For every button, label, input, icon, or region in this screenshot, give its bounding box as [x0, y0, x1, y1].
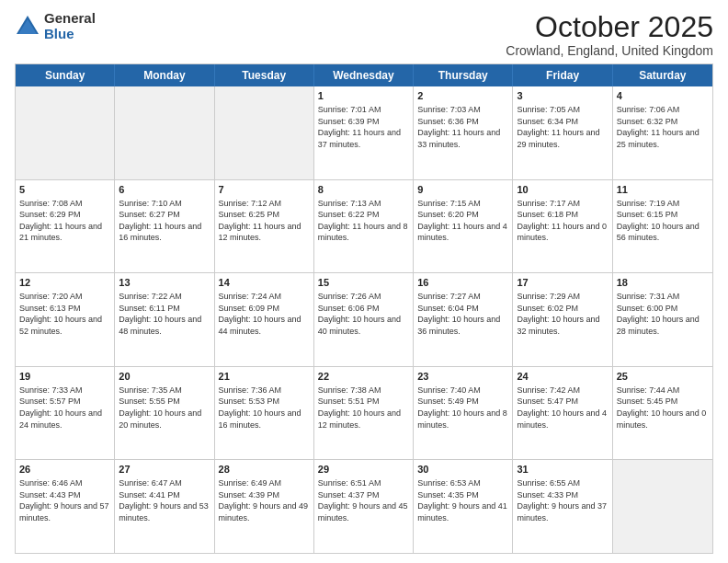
- cell-sun-info: Sunrise: 7:36 AMSunset: 5:53 PMDaylight:…: [219, 385, 310, 431]
- calendar-cell: 11Sunrise: 7:19 AMSunset: 6:15 PMDayligh…: [613, 180, 712, 273]
- calendar-day-header: Saturday: [613, 64, 712, 86]
- day-number: 8: [318, 183, 409, 197]
- cell-sun-info: Sunrise: 7:31 AMSunset: 6:00 PMDaylight:…: [617, 291, 709, 337]
- day-number: 7: [219, 183, 310, 197]
- cell-sun-info: Sunrise: 6:53 AMSunset: 4:35 PMDaylight:…: [417, 477, 508, 523]
- cell-sun-info: Sunrise: 7:42 AMSunset: 5:47 PMDaylight:…: [517, 385, 608, 431]
- calendar-cell: 6Sunrise: 7:10 AMSunset: 6:27 PMDaylight…: [115, 180, 214, 273]
- calendar-cell: 28Sunrise: 6:49 AMSunset: 4:39 PMDayligh…: [215, 460, 314, 553]
- day-number: 6: [119, 183, 210, 197]
- calendar-cell: 23Sunrise: 7:40 AMSunset: 5:49 PMDayligh…: [414, 367, 513, 460]
- day-number: 14: [219, 276, 310, 290]
- calendar-week-row: 5Sunrise: 7:08 AMSunset: 6:29 PMDaylight…: [16, 179, 712, 273]
- cell-sun-info: Sunrise: 7:05 AMSunset: 6:34 PMDaylight:…: [517, 104, 608, 150]
- cell-sun-info: Sunrise: 7:17 AMSunset: 6:18 PMDaylight:…: [517, 198, 608, 244]
- calendar-cell: 25Sunrise: 7:44 AMSunset: 5:45 PMDayligh…: [613, 367, 712, 460]
- cell-sun-info: Sunrise: 7:06 AMSunset: 6:32 PMDaylight:…: [617, 104, 709, 150]
- calendar-cell: 12Sunrise: 7:20 AMSunset: 6:13 PMDayligh…: [16, 273, 115, 366]
- logo-icon: [15, 14, 40, 40]
- cell-sun-info: Sunrise: 6:49 AMSunset: 4:39 PMDaylight:…: [219, 477, 310, 523]
- day-number: 15: [318, 276, 409, 290]
- calendar-cell: 9Sunrise: 7:15 AMSunset: 6:20 PMDaylight…: [414, 180, 513, 273]
- calendar-cell: 2Sunrise: 7:03 AMSunset: 6:36 PMDaylight…: [414, 86, 513, 179]
- cell-sun-info: Sunrise: 7:19 AMSunset: 6:15 PMDaylight:…: [617, 198, 709, 244]
- day-number: 1: [318, 89, 409, 103]
- cell-sun-info: Sunrise: 7:40 AMSunset: 5:49 PMDaylight:…: [417, 385, 508, 431]
- cell-sun-info: Sunrise: 7:35 AMSunset: 5:55 PMDaylight:…: [119, 385, 210, 431]
- day-number: 5: [19, 183, 110, 197]
- calendar-cell: 22Sunrise: 7:38 AMSunset: 5:51 PMDayligh…: [314, 367, 414, 460]
- location: Crowland, England, United Kingdom: [506, 43, 713, 58]
- day-number: 30: [417, 463, 508, 477]
- calendar-day-header: Thursday: [414, 64, 513, 86]
- page: General Blue October 2025 Crowland, Engl…: [0, 0, 728, 563]
- calendar-body: 1Sunrise: 7:01 AMSunset: 6:39 PMDaylight…: [16, 86, 712, 553]
- cell-sun-info: Sunrise: 7:27 AMSunset: 6:04 PMDaylight:…: [417, 291, 508, 337]
- logo-blue: Blue: [44, 27, 96, 42]
- calendar-week-row: 1Sunrise: 7:01 AMSunset: 6:39 PMDaylight…: [16, 86, 712, 179]
- cell-sun-info: Sunrise: 7:10 AMSunset: 6:27 PMDaylight:…: [119, 198, 210, 244]
- calendar-week-row: 26Sunrise: 6:46 AMSunset: 4:43 PMDayligh…: [16, 459, 712, 553]
- cell-sun-info: Sunrise: 7:01 AMSunset: 6:39 PMDaylight:…: [318, 104, 409, 150]
- calendar-cell: 1Sunrise: 7:01 AMSunset: 6:39 PMDaylight…: [314, 86, 414, 179]
- cell-sun-info: Sunrise: 6:46 AMSunset: 4:43 PMDaylight:…: [19, 477, 110, 523]
- cell-sun-info: Sunrise: 7:08 AMSunset: 6:29 PMDaylight:…: [19, 198, 110, 244]
- cell-sun-info: Sunrise: 7:13 AMSunset: 6:22 PMDaylight:…: [318, 198, 409, 244]
- day-number: 3: [517, 89, 608, 103]
- calendar-day-header: Monday: [115, 64, 214, 86]
- header: General Blue October 2025 Crowland, Engl…: [15, 11, 713, 58]
- logo-general: General: [44, 11, 96, 27]
- day-number: 2: [417, 89, 508, 103]
- day-number: 20: [119, 370, 210, 384]
- day-number: 21: [219, 370, 310, 384]
- cell-sun-info: Sunrise: 6:47 AMSunset: 4:41 PMDaylight:…: [119, 477, 210, 523]
- cell-sun-info: Sunrise: 7:03 AMSunset: 6:36 PMDaylight:…: [417, 104, 508, 150]
- calendar-cell: 31Sunrise: 6:55 AMSunset: 4:33 PMDayligh…: [513, 460, 612, 553]
- cell-sun-info: Sunrise: 7:12 AMSunset: 6:25 PMDaylight:…: [219, 198, 310, 244]
- day-number: 29: [318, 463, 409, 477]
- calendar-cell: 13Sunrise: 7:22 AMSunset: 6:11 PMDayligh…: [115, 273, 214, 366]
- day-number: 16: [417, 276, 508, 290]
- cell-sun-info: Sunrise: 6:51 AMSunset: 4:37 PMDaylight:…: [318, 477, 409, 523]
- calendar-day-header: Friday: [513, 64, 612, 86]
- day-number: 24: [517, 370, 608, 384]
- day-number: 17: [517, 276, 608, 290]
- day-number: 31: [517, 463, 608, 477]
- calendar-cell: [613, 460, 712, 553]
- cell-sun-info: Sunrise: 7:33 AMSunset: 5:57 PMDaylight:…: [19, 385, 110, 431]
- day-number: 22: [318, 370, 409, 384]
- day-number: 23: [417, 370, 508, 384]
- calendar-cell: [16, 86, 115, 179]
- calendar-week-row: 12Sunrise: 7:20 AMSunset: 6:13 PMDayligh…: [16, 272, 712, 366]
- day-number: 4: [617, 89, 709, 103]
- day-number: 10: [517, 183, 608, 197]
- calendar-cell: 16Sunrise: 7:27 AMSunset: 6:04 PMDayligh…: [414, 273, 513, 366]
- calendar-cell: 17Sunrise: 7:29 AMSunset: 6:02 PMDayligh…: [513, 273, 612, 366]
- calendar-day-header: Sunday: [16, 64, 115, 86]
- calendar-cell: 21Sunrise: 7:36 AMSunset: 5:53 PMDayligh…: [215, 367, 314, 460]
- cell-sun-info: Sunrise: 7:20 AMSunset: 6:13 PMDaylight:…: [19, 291, 110, 337]
- cell-sun-info: Sunrise: 7:22 AMSunset: 6:11 PMDaylight:…: [119, 291, 210, 337]
- cell-sun-info: Sunrise: 7:29 AMSunset: 6:02 PMDaylight:…: [517, 291, 608, 337]
- day-number: 27: [119, 463, 210, 477]
- calendar-cell: 4Sunrise: 7:06 AMSunset: 6:32 PMDaylight…: [613, 86, 712, 179]
- calendar-cell: 30Sunrise: 6:53 AMSunset: 4:35 PMDayligh…: [414, 460, 513, 553]
- calendar-cell: 15Sunrise: 7:26 AMSunset: 6:06 PMDayligh…: [314, 273, 414, 366]
- title-block: October 2025 Crowland, England, United K…: [506, 11, 713, 58]
- calendar-cell: 14Sunrise: 7:24 AMSunset: 6:09 PMDayligh…: [215, 273, 314, 366]
- cell-sun-info: Sunrise: 7:26 AMSunset: 6:06 PMDaylight:…: [318, 291, 409, 337]
- calendar-week-row: 19Sunrise: 7:33 AMSunset: 5:57 PMDayligh…: [16, 366, 712, 460]
- calendar-cell: 19Sunrise: 7:33 AMSunset: 5:57 PMDayligh…: [16, 367, 115, 460]
- logo: General Blue: [15, 11, 96, 41]
- day-number: 28: [219, 463, 310, 477]
- day-number: 13: [119, 276, 210, 290]
- day-number: 18: [617, 276, 709, 290]
- cell-sun-info: Sunrise: 7:24 AMSunset: 6:09 PMDaylight:…: [219, 291, 310, 337]
- calendar-cell: 29Sunrise: 6:51 AMSunset: 4:37 PMDayligh…: [314, 460, 414, 553]
- calendar-cell: 8Sunrise: 7:13 AMSunset: 6:22 PMDaylight…: [314, 180, 414, 273]
- calendar-cell: 27Sunrise: 6:47 AMSunset: 4:41 PMDayligh…: [115, 460, 214, 553]
- calendar-cell: [115, 86, 214, 179]
- calendar-day-header: Wednesday: [314, 64, 414, 86]
- cell-sun-info: Sunrise: 6:55 AMSunset: 4:33 PMDaylight:…: [517, 477, 608, 523]
- calendar-day-header: Tuesday: [215, 64, 314, 86]
